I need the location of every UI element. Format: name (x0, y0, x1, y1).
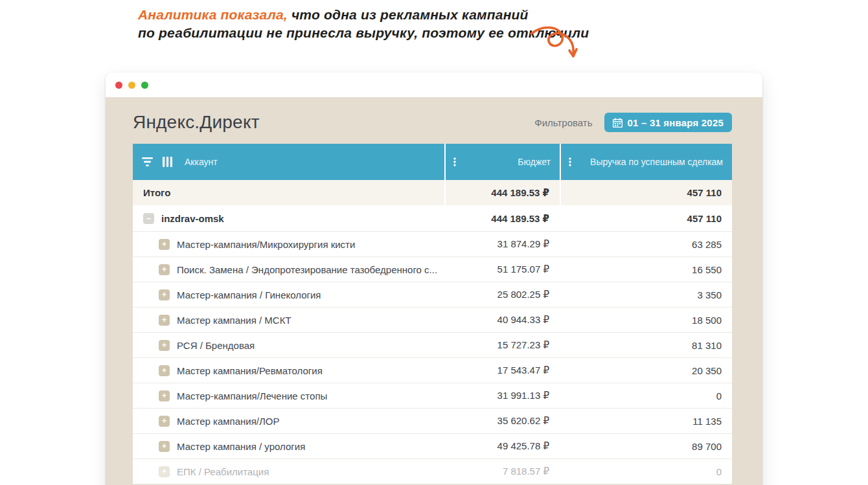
expand-campaign-icon[interactable]: + (159, 390, 170, 401)
campaigns-table: Аккаунт Бюджет Выр (133, 144, 732, 484)
annotation-note: Аналитика показала, что одна из рекламны… (138, 6, 589, 43)
campaign-budget: 40 944.33 ₽ (446, 308, 560, 332)
campaign-budget: 35 620.62 ₽ (446, 409, 560, 433)
report-header: Яндекс.Директ Фильтровать (133, 111, 732, 133)
table-row: + Мастер-кампания/Лечение стопы 31 991.1… (133, 383, 732, 409)
campaign-name: Мастер-кампания/Микрохирургия кисти (177, 239, 355, 250)
annotation-highlight: Аналитика показала, (138, 7, 288, 22)
campaign-budget: 15 727.23 ₽ (446, 333, 560, 357)
campaign-budget: 49 425.78 ₽ (446, 434, 560, 458)
expand-campaign-icon[interactable]: + (159, 466, 170, 477)
expand-campaign-icon[interactable]: + (159, 315, 170, 326)
expand-campaign-icon[interactable]: + (159, 416, 170, 427)
expand-campaign-icon[interactable]: + (159, 441, 170, 452)
campaign-revenue: 11 135 (561, 409, 732, 433)
date-range-button[interactable]: 01 – 31 января 2025 (604, 113, 732, 132)
table-row: + Мастер-кампания / Гинекология 25 802.2… (133, 282, 732, 308)
table-row: + Мастер кампания / МСКТ 40 944.33 ₽ 18 … (133, 308, 732, 333)
expand-campaign-icon[interactable]: + (159, 289, 170, 300)
campaign-name: РСЯ / Брендовая (177, 340, 255, 351)
annotation-line-1: Аналитика показала, что одна из рекламны… (138, 6, 589, 24)
minimize-window-button[interactable] (128, 82, 135, 89)
table-row: + Поиск. Замена / Эндопротезирование таз… (133, 257, 732, 282)
column-label-account: Аккаунт (185, 157, 218, 167)
account-revenue: 457 110 (561, 206, 732, 231)
calendar-icon (613, 118, 622, 128)
column-header-revenue[interactable]: Выручка по успешным сделкам (561, 144, 732, 180)
collapse-account-icon[interactable]: − (143, 213, 154, 224)
total-row: Итого 444 189.53 ₽ 457 110 (133, 180, 732, 206)
account-name: inzdrav-omsk (161, 213, 224, 224)
table-row: + Мастер-кампания/Микрохирургия кисти 31… (133, 232, 732, 257)
table-row: + Мастер кампания/ЛОР 35 620.62 ₽ 11 135 (133, 409, 732, 434)
campaign-budget: 51 175.07 ₽ (446, 257, 560, 282)
campaign-budget: 31 874.29 ₽ (446, 232, 560, 256)
columns-icon[interactable] (163, 157, 172, 167)
campaign-revenue: 16 550 (561, 257, 732, 282)
campaign-revenue: 0 (561, 459, 732, 484)
app-window: Яндекс.Директ Фильтровать (106, 73, 762, 485)
campaign-revenue: 20 350 (561, 358, 732, 383)
table-row: + Мастер кампания/Ревматология 17 543.47… (133, 358, 732, 383)
campaign-name: Мастер кампания / МСКТ (177, 315, 291, 326)
close-window-button[interactable] (115, 82, 122, 89)
campaign-name: Мастер-кампания / Гинекология (177, 289, 321, 300)
campaign-name: Мастер кампания / урология (177, 441, 305, 452)
column-header-budget[interactable]: Бюджет (446, 144, 560, 180)
table-row: + РСЯ / Брендовая 15 727.23 ₽ 81 310 (133, 333, 732, 358)
campaign-name: Мастер-кампания/Лечение стопы (177, 390, 327, 401)
window-titlebar (106, 73, 762, 97)
page-title: Яндекс.Директ (133, 112, 260, 133)
campaign-budget: 31 991.13 ₽ (446, 383, 560, 408)
table-body: Итого 444 189.53 ₽ 457 110 − inzdrav-oms… (133, 180, 732, 484)
column-label-budget: Бюджет (518, 157, 551, 167)
campaign-revenue: 3 350 (561, 282, 732, 307)
campaign-name: Мастер кампания/ЛОР (177, 416, 280, 427)
date-range-label: 01 – 31 января 2025 (628, 117, 724, 128)
campaign-name: Поиск. Замена / Эндопротезирование тазоб… (177, 264, 437, 275)
expand-campaign-icon[interactable]: + (159, 239, 170, 250)
account-row: − inzdrav-omsk 444 189.53 ₽ 457 110 (133, 206, 732, 232)
expand-campaign-icon[interactable]: + (159, 365, 170, 376)
account-budget: 444 189.53 ₽ (446, 206, 560, 231)
campaign-budget: 7 818.57 ₽ (446, 459, 560, 484)
campaign-revenue: 89 700 (561, 434, 732, 458)
campaign-name: Мастер кампания/Ревматология (177, 365, 323, 376)
column-menu-icon[interactable] (453, 157, 456, 166)
column-label-revenue: Выручка по успешным сделкам (590, 157, 723, 167)
campaign-revenue: 63 285 (561, 232, 732, 256)
maximize-window-button[interactable] (141, 82, 148, 89)
campaign-budget: 17 543.47 ₽ (446, 358, 560, 383)
campaign-budget: 25 802.25 ₽ (446, 282, 560, 307)
filter-rows-icon[interactable] (142, 157, 153, 166)
expand-campaign-icon[interactable]: + (159, 340, 170, 351)
expand-campaign-icon[interactable]: + (159, 264, 170, 275)
table-row-disabled-campaign: + ЕПК / Реабилитация 7 818.57 ₽ 0 (133, 459, 732, 484)
campaign-revenue: 0 (561, 383, 732, 408)
annotation-line-2: по реабилитации не принесла выручку, поэ… (138, 24, 589, 42)
curly-arrow-icon (529, 19, 579, 63)
campaign-revenue: 18 500 (561, 308, 732, 332)
table-header: Аккаунт Бюджет Выр (133, 144, 732, 180)
filter-toggle[interactable]: Фильтровать (534, 117, 592, 128)
campaign-revenue: 81 310 (561, 333, 732, 357)
total-budget: 444 189.53 ₽ (446, 180, 560, 205)
total-label: Итого (143, 187, 170, 198)
window-content: Яндекс.Директ Фильтровать (106, 97, 762, 485)
total-revenue: 457 110 (561, 180, 732, 205)
column-menu-icon[interactable] (569, 157, 571, 166)
campaign-name: ЕПК / Реабилитация (177, 466, 269, 477)
table-row: + Мастер кампания / урология 49 425.78 ₽… (133, 434, 732, 459)
column-header-account[interactable]: Аккаунт (133, 144, 444, 180)
